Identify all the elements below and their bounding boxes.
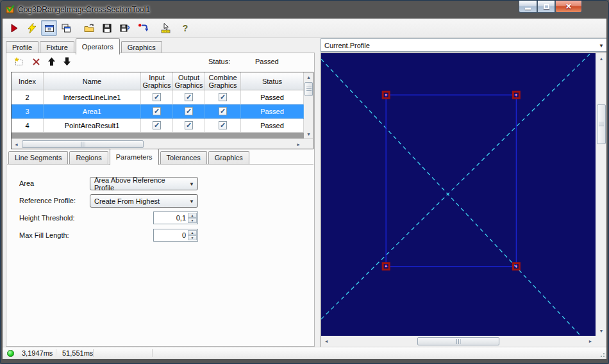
new-operator-icon — [14, 57, 24, 67]
help-button[interactable]: ? — [177, 20, 193, 36]
save-icon — [102, 23, 112, 33]
column-header-index[interactable]: Index — [12, 72, 44, 90]
graphics-checkbox[interactable]: ✓ — [219, 121, 227, 129]
move-up-button[interactable] — [44, 55, 58, 68]
float-window-button[interactable] — [58, 20, 74, 36]
scroll-up-icon[interactable]: ▲ — [596, 53, 606, 63]
column-header-combine-graphics[interactable]: Combine Graphics — [205, 72, 241, 90]
checkbox-cell: ✓ — [173, 119, 205, 132]
thumb-grip — [456, 339, 461, 344]
scroll-down-icon[interactable]: ▼ — [596, 326, 606, 336]
spin-down-icon[interactable]: ▼ — [188, 235, 197, 240]
show-result-window-button[interactable] — [41, 20, 57, 36]
add-operator-button[interactable] — [12, 55, 26, 68]
graphics-checkbox[interactable]: ✓ — [153, 107, 161, 115]
run-button[interactable] — [6, 20, 22, 36]
max-fill-length-spinner[interactable]: ▲▼ — [188, 230, 197, 240]
parameters-tab-strip: Line SegmentsRegionsParametersTolerances… — [8, 149, 251, 165]
area-combobox[interactable]: Area Above Reference Profile ▼ — [90, 177, 198, 190]
scroll-left-icon[interactable]: ◄ — [12, 139, 21, 149]
table-row-intersectlineline1[interactable]: 2IntersectLineLine1✓✓✓Passed — [12, 90, 313, 104]
spin-up-icon[interactable]: ▲ — [188, 213, 197, 218]
subtab-parameters[interactable]: Parameters — [110, 149, 159, 165]
app-icon — [5, 4, 15, 15]
resize-grip[interactable] — [599, 351, 605, 357]
max-fill-length-input[interactable]: 0 ▲▼ — [153, 229, 198, 242]
column-header-output-graphics[interactable]: Output Graphics — [173, 72, 205, 90]
reference-profile-label: Reference Profile: — [19, 197, 76, 204]
height-threshold-input[interactable]: 0,1 ▲▼ — [153, 211, 198, 224]
profile-chart[interactable] — [321, 53, 596, 336]
tab-operators[interactable]: Operators — [76, 38, 120, 54]
table-row-pointarearesult1[interactable]: 4PointAreaResult1✓✓✓Passed — [12, 119, 313, 133]
maximize-button[interactable] — [537, 1, 555, 13]
spin-up-icon[interactable]: ▲ — [188, 230, 197, 235]
scroll-up-icon[interactable]: ▲ — [304, 72, 313, 81]
status-label: Status: — [208, 58, 230, 65]
move-down-button[interactable] — [60, 55, 74, 68]
graphics-checkbox[interactable]: ✓ — [185, 93, 193, 101]
graphics-checkbox[interactable]: ✓ — [185, 107, 193, 115]
profile-display: ▲ ▼ ◄ ► — [321, 53, 606, 347]
graphics-checkbox[interactable]: ✓ — [185, 121, 193, 129]
chart-hscroll-thumb[interactable] — [417, 337, 499, 345]
chart-vscrollbar[interactable]: ▲ ▼ — [596, 53, 606, 336]
graphics-checkbox[interactable]: ✓ — [153, 121, 161, 129]
spin-down-icon[interactable]: ▼ — [188, 218, 197, 223]
cell: 4 — [12, 119, 44, 132]
table-hscrollbar[interactable]: ◄► — [12, 138, 313, 149]
save-button[interactable] — [99, 20, 115, 36]
client-area: ? ProfileFixtureOperatorsGraphics — [3, 19, 606, 359]
tool-edit-window: Cog3DRangeImageCrossSectionTool1 ✕ ? Pro… — [0, 0, 609, 364]
height-threshold-spinner[interactable]: ▲▼ — [188, 213, 197, 223]
height-threshold-label: Height Threshold: — [19, 214, 75, 222]
reference-profile-combobox-value: Create From Highest — [94, 197, 160, 205]
scroll-corner — [596, 336, 606, 347]
arrow-up-icon — [47, 57, 56, 66]
svg-text:?: ? — [182, 23, 188, 33]
table-hscroll-thumb[interactable] — [22, 140, 144, 148]
titlebar[interactable]: Cog3DRangeImageCrossSectionTool1 ✕ — [1, 1, 608, 19]
measure-tool-button[interactable] — [158, 20, 174, 36]
column-header-status[interactable]: Status — [241, 72, 304, 90]
column-header-name[interactable]: Name — [44, 72, 141, 90]
graphics-checkbox[interactable]: ✓ — [219, 107, 227, 115]
open-button[interactable] — [81, 20, 97, 36]
chart-vscroll-thumb[interactable] — [597, 104, 606, 144]
subtab-graphics[interactable]: Graphics — [208, 151, 249, 165]
scroll-right-icon[interactable]: ► — [294, 139, 303, 149]
help-icon: ? — [180, 23, 190, 33]
cell: 2 — [12, 90, 44, 104]
total-time: 51,551ms — [62, 349, 93, 357]
reset-button[interactable] — [135, 20, 151, 36]
corner-dot — [385, 94, 387, 96]
table-row-area1[interactable]: 3Area1✓✓✓Passed — [12, 104, 313, 119]
statusbar-separator — [93, 349, 94, 357]
subtab-line-segments[interactable]: Line Segments — [8, 151, 68, 165]
trigger-button[interactable] — [24, 20, 40, 36]
minimize-button[interactable] — [519, 1, 537, 13]
status-value: Passed — [255, 58, 279, 65]
reference-profile-combobox[interactable]: Create From Highest ▼ — [90, 194, 198, 208]
status-bar: 3,1947ms 51,551ms — [3, 347, 606, 359]
graphics-checkbox[interactable]: ✓ — [153, 93, 161, 101]
thumb-grip — [306, 87, 312, 92]
record-selector-combobox[interactable]: Current.Profile ▼ — [321, 38, 606, 52]
save-as-button[interactable] — [117, 20, 133, 36]
scroll-down-icon[interactable]: ▼ — [304, 129, 313, 138]
column-header-input-graphics[interactable]: Input Graphics — [141, 72, 173, 90]
table-vscroll-thumb[interactable] — [304, 82, 313, 96]
maximize-icon — [544, 4, 549, 9]
cell: 3 — [12, 104, 44, 118]
scroll-left-icon[interactable]: ◄ — [321, 336, 331, 347]
subtab-regions[interactable]: Regions — [69, 151, 108, 165]
graphics-checkbox[interactable]: ✓ — [219, 93, 227, 101]
chevron-down-icon: ▼ — [189, 181, 194, 187]
chart-hscrollbar[interactable]: ◄ ► — [321, 336, 596, 347]
operators-table[interactable]: IndexNameInput GraphicsOutput GraphicsCo… — [11, 72, 313, 149]
subtab-tolerances[interactable]: Tolerances — [160, 151, 207, 165]
close-button[interactable]: ✕ — [555, 1, 582, 13]
scroll-right-icon[interactable]: ► — [585, 336, 596, 347]
delete-operator-button[interactable] — [29, 55, 43, 68]
table-vscrollbar[interactable]: ▲▼ — [304, 72, 313, 138]
